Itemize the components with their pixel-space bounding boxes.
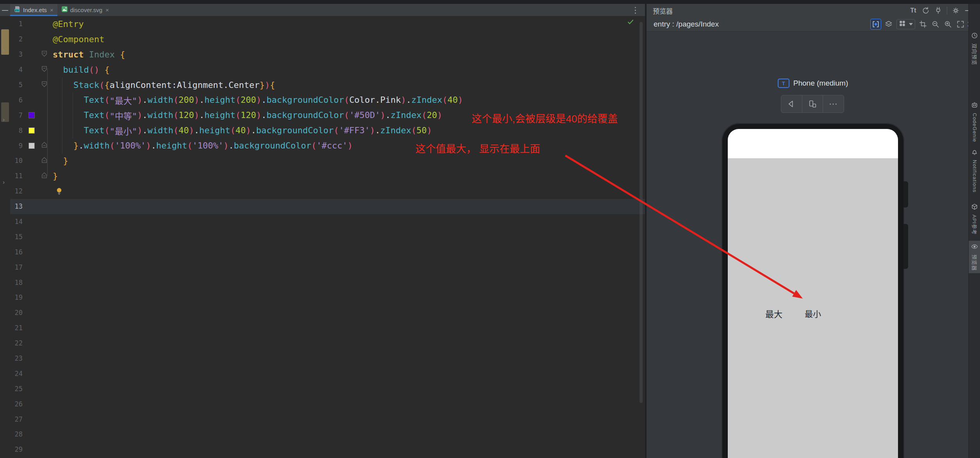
code-line[interactable]: 1@Entry — [10, 16, 645, 32]
chevron-right-icon[interactable]: › — [3, 116, 5, 123]
code-text[interactable] — [50, 187, 64, 195]
refresh-icon[interactable] — [921, 5, 931, 16]
line-number[interactable]: 19 — [10, 293, 25, 301]
code-text[interactable]: Stack({alignContent:Alignment.Center}){ — [50, 80, 275, 90]
line-number[interactable]: 23 — [10, 354, 25, 362]
code-text[interactable]: Text("最小").width(40).height(40).backgrou… — [50, 124, 432, 137]
line-number[interactable]: 16 — [10, 248, 25, 256]
code-line[interactable]: 19 — [10, 290, 645, 305]
minimize-dash-icon[interactable]: — — [0, 4, 10, 16]
line-number[interactable]: 25 — [10, 385, 25, 393]
line-number[interactable]: 3 — [10, 50, 25, 58]
code-line[interactable]: 23 — [10, 351, 645, 366]
line-number[interactable]: 10 — [10, 157, 25, 165]
line-number[interactable]: 12 — [10, 187, 25, 195]
tool-window-tab-预览器[interactable]: 预览器 — [969, 241, 980, 273]
code-line[interactable]: 4 build() { — [10, 62, 645, 77]
line-number[interactable]: 13 — [10, 202, 25, 210]
zoom-out-icon[interactable] — [930, 19, 941, 29]
line-number[interactable]: 14 — [10, 218, 25, 225]
chevron-right-icon[interactable]: › — [3, 47, 5, 53]
code-text[interactable]: Text("中等").width(120).height(120).backgr… — [50, 109, 442, 122]
line-number[interactable]: 21 — [10, 324, 25, 332]
orientation-icon[interactable] — [802, 95, 823, 113]
device-selector[interactable]: T Phone (medium) — [722, 77, 904, 89]
line-number[interactable]: 29 — [10, 445, 25, 453]
editor-scrollbar[interactable] — [640, 22, 643, 403]
code-line[interactable]: 24 — [10, 366, 645, 381]
chevron-right-icon[interactable]: › — [3, 179, 5, 185]
line-number[interactable]: 6 — [10, 96, 25, 104]
fold-collapse-icon[interactable] — [41, 141, 48, 150]
code-line[interactable]: 8 Text("最小").width(40).height(40).backgr… — [10, 123, 645, 138]
line-number[interactable]: 22 — [10, 339, 25, 347]
line-number[interactable]: 28 — [10, 430, 25, 438]
previous-page-icon[interactable] — [781, 95, 802, 113]
code-text[interactable]: @Entry — [50, 19, 84, 29]
fold-collapse-icon[interactable] — [41, 172, 48, 181]
line-number[interactable]: 1 — [10, 20, 25, 28]
tool-window-tab-CodeGenie[interactable]: CodeGenie — [969, 99, 980, 145]
inspection-ok-check-icon[interactable] — [627, 18, 634, 27]
font-size-icon[interactable]: Tt — [908, 5, 918, 16]
line-number[interactable]: 17 — [10, 263, 25, 271]
code-editor[interactable]: 1@Entry2@Component3struct Index {4 build… — [10, 16, 645, 458]
code-line[interactable]: 12 — [10, 184, 645, 199]
code-text[interactable]: build() { — [50, 65, 110, 75]
line-number[interactable]: 2 — [10, 35, 25, 43]
fold-collapse-icon[interactable] — [41, 156, 48, 165]
code-text[interactable]: } — [50, 171, 58, 181]
line-number[interactable]: 26 — [10, 400, 25, 408]
settings-gear-icon[interactable] — [951, 5, 961, 16]
code-line[interactable]: 15 — [10, 229, 645, 244]
code-text[interactable]: } — [50, 156, 68, 166]
code-line[interactable]: 6 Text("最大").width(200).height(200).back… — [10, 92, 645, 107]
code-line[interactable]: 16 — [10, 244, 645, 259]
code-line[interactable]: 26 — [10, 396, 645, 411]
code-line[interactable]: 11} — [10, 168, 645, 184]
code-text[interactable]: }.width('100%').height('100%').backgroun… — [50, 141, 353, 150]
line-number[interactable]: 9 — [10, 142, 25, 150]
zoom-in-icon[interactable] — [943, 19, 953, 29]
close-icon[interactable]: × — [105, 7, 109, 13]
tab-discover-svg[interactable]: discover.svg × — [57, 4, 113, 16]
grid-icon[interactable] — [896, 19, 915, 29]
line-number[interactable]: 7 — [10, 111, 25, 119]
code-line[interactable]: 29 — [10, 442, 645, 457]
code-text[interactable]: struct Index { — [50, 50, 125, 59]
close-icon[interactable]: × — [50, 7, 53, 13]
code-line[interactable]: 22 — [10, 336, 645, 351]
color-preview-chip[interactable] — [29, 143, 35, 149]
intention-bulb-icon[interactable] — [56, 187, 62, 195]
line-number[interactable]: 8 — [10, 127, 25, 134]
line-number[interactable]: 27 — [10, 415, 25, 423]
line-number[interactable]: 15 — [10, 233, 25, 241]
tool-window-tab-Notifications[interactable]: Notifications — [969, 146, 980, 195]
code-line[interactable]: 27 — [10, 411, 645, 427]
frame-icon[interactable] — [918, 19, 928, 29]
code-line[interactable]: 28 — [10, 427, 645, 442]
tool-window-tab-双向预览[interactable]: 双向预览 — [969, 30, 980, 68]
line-number[interactable]: 18 — [10, 279, 25, 286]
tab-list-menu-icon[interactable]: ⋮ — [631, 4, 640, 16]
code-text[interactable]: @Component — [50, 34, 104, 44]
line-number[interactable]: 4 — [10, 66, 25, 73]
color-preview-chip[interactable] — [29, 127, 35, 134]
code-line[interactable]: 13 — [10, 199, 645, 214]
code-line[interactable]: 14 — [10, 214, 645, 229]
line-number[interactable]: 5 — [10, 81, 25, 89]
code-line[interactable]: 17 — [10, 259, 645, 275]
fold-expand-icon[interactable] — [41, 65, 48, 74]
plugin-icon[interactable] — [933, 5, 943, 16]
line-number[interactable]: 24 — [10, 370, 25, 377]
code-line[interactable]: 2@Component — [10, 32, 645, 47]
preview-text-min-box[interactable]: 最小 — [803, 304, 823, 323]
code-line[interactable]: 10 } — [10, 153, 645, 168]
code-line[interactable]: 20 — [10, 305, 645, 320]
layers-icon[interactable] — [884, 19, 894, 29]
line-number[interactable]: 11 — [10, 172, 25, 180]
tool-window-tab-API参考[interactable]: API参考 — [969, 201, 980, 237]
code-line[interactable]: 25 — [10, 381, 645, 396]
inspect-icon[interactable] — [870, 19, 881, 30]
code-text[interactable]: Text("最大").width(200).height(200).backgr… — [50, 94, 463, 106]
